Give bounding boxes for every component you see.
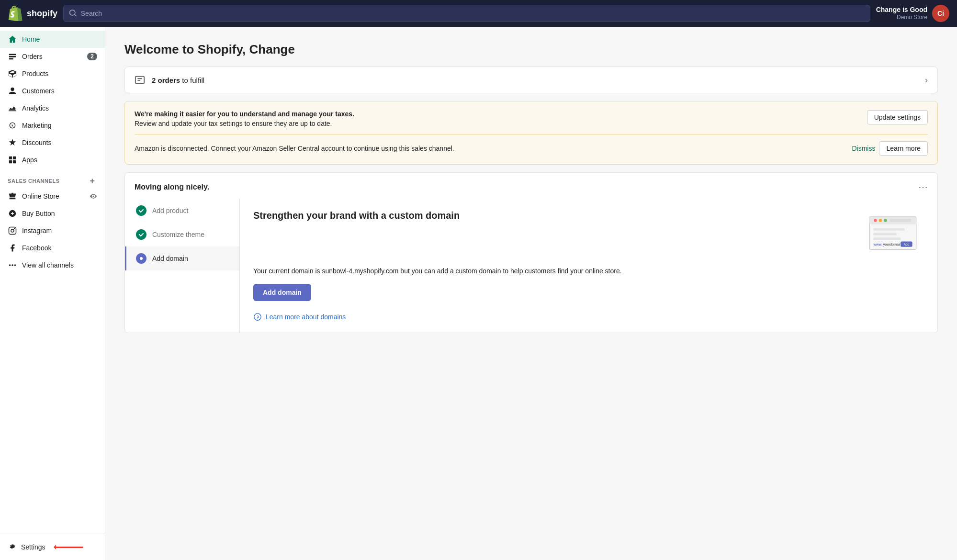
sidebar-nav: Home Orders 2 Products (0, 27, 105, 534)
settings-item[interactable]: Settings (8, 540, 97, 554)
analytics-icon (8, 103, 17, 113)
svg-point-30 (254, 314, 261, 320)
settings-label: Settings (21, 543, 45, 551)
svg-rect-24 (873, 233, 897, 235)
learn-more-domains-link[interactable]: Learn more about domains (253, 313, 924, 321)
sidebar-footer: Settings (0, 534, 105, 560)
orders-card[interactable]: 2 orders to fulfill › (124, 67, 938, 93)
sidebar-label-facebook: Facebook (22, 244, 51, 252)
page-title: Welcome to Shopify, Change (124, 42, 938, 57)
svg-rect-23 (873, 228, 904, 231)
user-name: Change is Good (876, 5, 927, 14)
sidebar-item-apps[interactable]: Apps (0, 151, 105, 168)
user-info: Change is Good Demo Store (876, 5, 927, 22)
sidebar-item-customers[interactable]: Customers (0, 82, 105, 100)
progress-card: Moving along nicely. ⋯ Add product (124, 172, 938, 333)
update-settings-button[interactable]: Update settings (867, 110, 928, 124)
svg-text:www.: www. (873, 242, 882, 246)
tax-notification-title: We're making it easier for you to unders… (135, 110, 859, 118)
svg-rect-6 (9, 160, 12, 163)
sidebar-label-home: Home (22, 35, 40, 43)
settings-icon (8, 543, 16, 551)
sales-channels-label: SALES CHANNELS (8, 178, 60, 184)
domain-illustration: www. yourdomain.com Add (862, 210, 924, 258)
sidebar-item-home[interactable]: Home (0, 31, 105, 48)
sidebar-label-customers: Customers (22, 87, 55, 95)
add-sales-channel-button[interactable]: + (88, 176, 97, 186)
sidebar-label-instagram: Instagram (22, 227, 52, 235)
sidebar-item-discounts[interactable]: Discounts (0, 134, 105, 151)
sidebar-item-marketing[interactable]: Marketing (0, 117, 105, 134)
step-check-add-domain (136, 253, 146, 264)
sidebar: Home Orders 2 Products (0, 27, 105, 560)
eye-icon[interactable] (90, 192, 97, 200)
svg-rect-4 (9, 157, 12, 159)
step-label-add-domain: Add domain (152, 255, 188, 262)
progress-header: Moving along nicely. ⋯ (125, 173, 937, 199)
facebook-icon (8, 243, 17, 253)
svg-rect-5 (13, 157, 16, 159)
user-menu[interactable]: Change is Good Demo Store Ci (876, 5, 949, 22)
customers-icon (8, 86, 17, 96)
svg-rect-2 (9, 58, 13, 60)
svg-point-12 (9, 264, 11, 266)
orders-icon (8, 52, 17, 61)
svg-point-21 (884, 219, 887, 222)
amazon-notification-row: Amazon is disconnected. Connect your Ama… (135, 141, 928, 156)
svg-rect-9 (9, 227, 16, 235)
sidebar-item-products[interactable]: Products (0, 65, 105, 82)
learn-more-domains-text: Learn more about domains (266, 313, 346, 321)
sidebar-label-discounts: Discounts (22, 139, 51, 146)
sidebar-label-analytics: Analytics (22, 104, 49, 112)
chevron-right-icon: › (925, 75, 928, 85)
sidebar-label-online-store: Online Store (22, 192, 59, 200)
steps-list: Add product Customize theme (125, 199, 240, 333)
settings-arrow (54, 547, 83, 548)
search-input[interactable] (81, 10, 864, 17)
sidebar-item-online-store[interactable]: Online Store (0, 188, 105, 205)
tax-notification-content: We're making it easier for you to unders… (135, 110, 859, 127)
search-box[interactable] (63, 5, 870, 22)
svg-point-11 (14, 228, 15, 229)
step-item-customize-theme[interactable]: Customize theme (125, 223, 239, 246)
sidebar-item-facebook[interactable]: Facebook (0, 239, 105, 257)
help-icon (253, 313, 262, 321)
svg-rect-0 (9, 54, 16, 56)
sidebar-item-instagram[interactable]: Instagram (0, 222, 105, 239)
buy-icon (8, 209, 17, 218)
avatar[interactable]: Ci (932, 5, 949, 22)
sales-channels-header: SALES CHANNELS + (0, 168, 105, 188)
tax-notification-actions: Update settings (867, 110, 928, 124)
step-item-add-domain[interactable]: Add domain (125, 246, 239, 270)
instagram-icon (8, 226, 17, 235)
learn-more-button[interactable]: Learn more (879, 141, 928, 156)
svg-point-13 (11, 264, 13, 266)
sidebar-label-apps: Apps (22, 156, 37, 164)
sidebar-item-buy-button[interactable]: Buy Button (0, 205, 105, 222)
sidebar-item-analytics[interactable]: Analytics (0, 100, 105, 117)
orders-count-bold: 2 orders (152, 76, 180, 84)
notif-divider (135, 134, 928, 134)
more-options-button[interactable]: ⋯ (918, 181, 928, 193)
svg-point-14 (14, 264, 16, 266)
dismiss-button[interactable]: Dismiss (852, 141, 875, 156)
step-detail-title: Strengthen your brand with a custom doma… (253, 210, 460, 221)
add-domain-button[interactable]: Add domain (253, 284, 311, 301)
svg-point-10 (11, 229, 14, 232)
step-item-add-product[interactable]: Add product (125, 199, 239, 223)
progress-title: Moving along nicely. (135, 183, 209, 191)
shopify-logo[interactable]: shopify (8, 6, 57, 21)
sidebar-item-orders[interactable]: Orders 2 (0, 48, 105, 65)
svg-rect-1 (9, 56, 16, 57)
amazon-notification-actions: Dismiss Learn more (852, 141, 928, 156)
main-content: Welcome to Shopify, Change 2 orders to f… (105, 27, 957, 560)
step-label-add-product: Add product (152, 207, 189, 214)
more-channels-icon (8, 260, 17, 270)
svg-rect-3 (9, 111, 16, 112)
marketing-icon (8, 121, 17, 130)
step-check-add-product (136, 205, 146, 216)
sidebar-item-view-all-channels[interactable]: View all channels (0, 257, 105, 274)
tax-notification-row: We're making it easier for you to unders… (135, 110, 928, 127)
svg-point-20 (879, 219, 882, 222)
tax-notification-desc: Review and update your tax settings to e… (135, 120, 859, 127)
